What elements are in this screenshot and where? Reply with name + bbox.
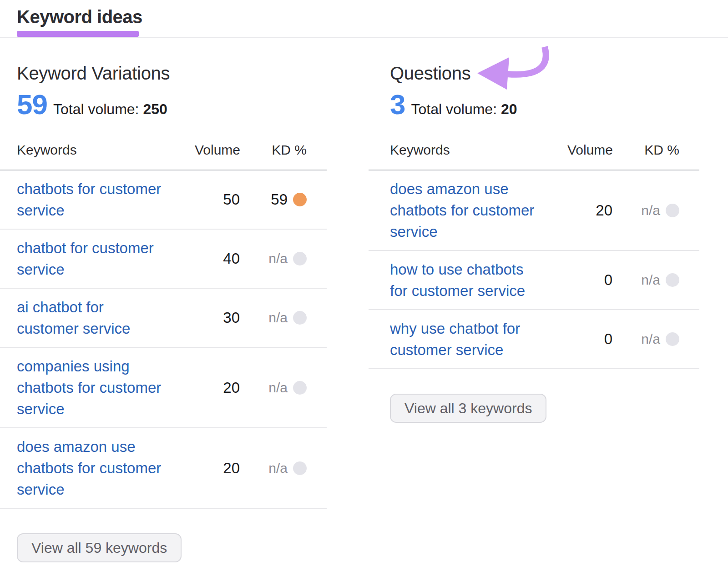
table-row: ai chatbot for customer service 30 n/a	[0, 288, 327, 347]
keyword-link[interactable]: why use chatbot for customer service	[390, 318, 540, 361]
total-volume: Total volume: 20	[411, 101, 517, 118]
keyword-count: 59	[17, 90, 47, 119]
questions-stats: 3 Total volume: 20	[390, 90, 699, 119]
table-header-row: Keywords Volume KD %	[369, 142, 699, 170]
column-header-kd: KD %	[240, 142, 327, 170]
keyword-link[interactable]: does amazon use chatbots for customer se…	[17, 436, 167, 500]
total-volume-label: Total volume:	[411, 101, 497, 117]
table-row: chatbots for customer service 50 59	[0, 170, 327, 229]
keyword-link[interactable]: chatbot for customer service	[17, 237, 167, 280]
kd-difficulty-dot	[666, 273, 679, 287]
table-row: companies using chatbots for customer se…	[0, 347, 327, 428]
keyword-link[interactable]: how to use chatbots for customer service	[390, 259, 540, 301]
volume-value: 40	[190, 229, 240, 288]
questions-panel: Questions 3 Total volume: 20 Keywords Vo…	[369, 38, 699, 423]
kd-value: n/a	[641, 203, 660, 218]
view-all-keyword-variations-button[interactable]: View all 59 keywords	[17, 533, 182, 562]
table-row: how to use chatbots for customer service…	[369, 250, 699, 310]
table-row: chatbot for customer service 40 n/a	[0, 229, 327, 288]
keyword-link[interactable]: chatbots for customer service	[17, 178, 167, 221]
column-header-kd: KD %	[613, 142, 699, 170]
kd-value: n/a	[268, 251, 288, 266]
keyword-link[interactable]: companies using chatbots for customer se…	[17, 356, 167, 420]
kd-difficulty-dot	[666, 332, 679, 346]
kd-value: n/a	[641, 272, 660, 288]
table-header-row: Keywords Volume KD %	[0, 142, 327, 170]
kd-difficulty-dot	[293, 461, 307, 475]
volume-value: 0	[563, 310, 613, 369]
table-row: why use chatbot for customer service 0 n…	[369, 310, 699, 369]
volume-value: 20	[190, 347, 240, 428]
column-header-volume: Volume	[563, 142, 613, 170]
volume-value: 20	[190, 428, 240, 508]
volume-value: 50	[190, 170, 240, 229]
questions-heading: Questions	[390, 63, 699, 83]
kd-value: n/a	[268, 461, 288, 476]
total-volume-value: 20	[501, 101, 517, 117]
keyword-variations-stats: 59 Total volume: 250	[17, 90, 327, 119]
page-title: Keyword ideas	[17, 6, 728, 27]
kd-difficulty-dot	[293, 193, 307, 206]
kd-value: n/a	[641, 331, 660, 347]
column-header-volume: Volume	[190, 142, 240, 170]
total-volume-label: Total volume:	[53, 101, 139, 117]
volume-value: 0	[563, 250, 613, 310]
kd-difficulty-dot	[666, 204, 679, 217]
questions-table: Keywords Volume KD % does amazon use cha…	[369, 142, 699, 369]
column-header-keywords: Keywords	[0, 142, 190, 170]
keyword-variations-heading: Keyword Variations	[17, 63, 327, 83]
table-row: does amazon use chatbots for customer se…	[0, 428, 327, 508]
kd-value: n/a	[268, 310, 288, 326]
volume-value: 20	[563, 170, 613, 250]
title-underline-highlight	[17, 31, 139, 37]
kd-difficulty-dot	[293, 252, 307, 265]
total-volume-value: 250	[143, 101, 167, 117]
view-all-questions-button[interactable]: View all 3 keywords	[390, 394, 546, 423]
column-header-keywords: Keywords	[369, 142, 563, 170]
keyword-variations-panel: Keyword Variations 59 Total volume: 250 …	[0, 38, 327, 562]
question-count: 3	[390, 90, 405, 119]
keyword-variations-table: Keywords Volume KD % chatbots for custom…	[0, 142, 327, 509]
volume-value: 30	[190, 288, 240, 347]
kd-value: n/a	[268, 380, 288, 396]
keyword-link[interactable]: ai chatbot for customer service	[17, 296, 167, 339]
keyword-ideas-content: Keyword Variations 59 Total volume: 250 …	[0, 38, 728, 562]
table-row: does amazon use chatbots for customer se…	[369, 170, 699, 250]
page-header: Keyword ideas	[0, 0, 728, 37]
kd-value: 59	[271, 191, 288, 208]
keyword-link[interactable]: does amazon use chatbots for customer se…	[390, 178, 540, 242]
kd-difficulty-dot	[293, 311, 307, 325]
kd-difficulty-dot	[293, 381, 307, 395]
total-volume: Total volume: 250	[53, 101, 167, 118]
